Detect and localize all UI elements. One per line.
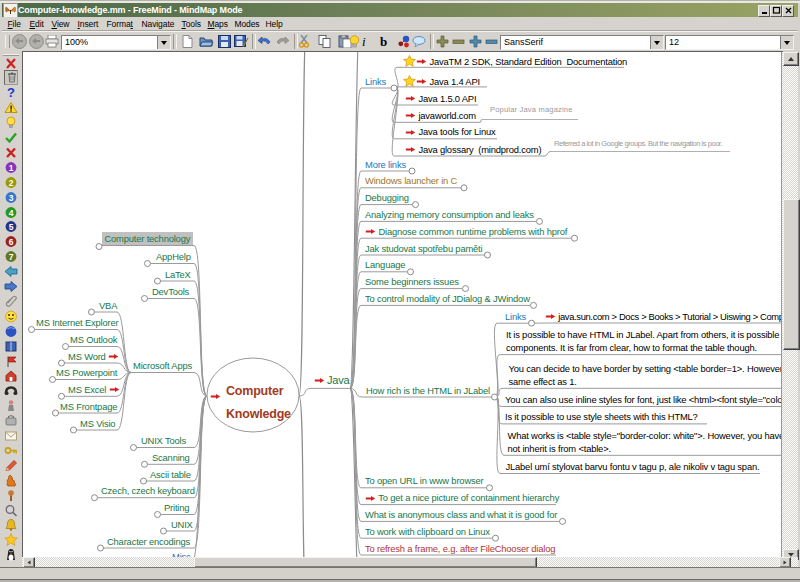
- svg-text:4: 4: [9, 207, 14, 217]
- svg-text:1: 1: [9, 162, 14, 172]
- svg-text:7: 7: [9, 252, 14, 262]
- svg-text:3: 3: [9, 192, 14, 202]
- svg-text:6: 6: [9, 237, 14, 247]
- svg-text:2: 2: [9, 177, 14, 187]
- svg-text:5: 5: [9, 222, 14, 232]
